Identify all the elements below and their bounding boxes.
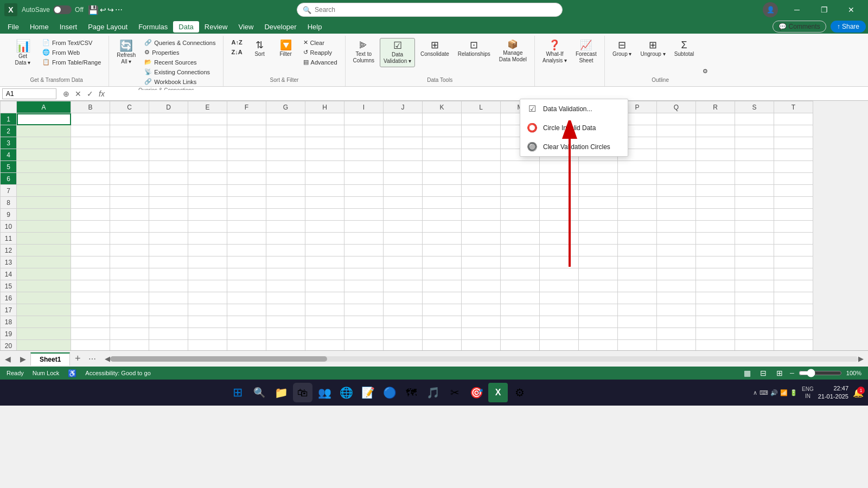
col-header-Q[interactable]: Q (657, 101, 696, 113)
cell-S2[interactable] (735, 125, 774, 137)
cell-D9[interactable] (149, 209, 188, 221)
cell-P17[interactable] (618, 304, 657, 316)
search-bar[interactable]: 🔍 (297, 3, 563, 17)
cell-A10[interactable] (17, 221, 71, 233)
cell-I5[interactable] (344, 161, 384, 173)
row-header-3[interactable]: 3 (1, 137, 17, 149)
menu-view[interactable]: View (233, 21, 259, 33)
cell-G3[interactable] (266, 137, 305, 149)
cell-G11[interactable] (266, 233, 305, 245)
cell-D5[interactable] (149, 161, 188, 173)
cell-D13[interactable] (149, 256, 188, 268)
menu-insert[interactable]: Insert (54, 21, 83, 33)
sheet-nav-prev-button[interactable]: ◀ (0, 351, 15, 367)
cell-D12[interactable] (149, 245, 188, 256)
cell-J16[interactable] (384, 292, 423, 304)
normal-view-button[interactable]: ▦ (741, 367, 753, 379)
cell-M6[interactable] (501, 173, 540, 185)
cell-E18[interactable] (188, 316, 227, 328)
cell-T20[interactable] (774, 340, 813, 351)
taskbar-misc2-button[interactable]: ⚙ (510, 383, 529, 402)
cell-M15[interactable] (501, 280, 540, 292)
cell-C14[interactable] (110, 268, 149, 280)
cell-F19[interactable] (227, 328, 266, 340)
cell-P15[interactable] (618, 280, 657, 292)
sort-asc-button[interactable]: A↑Z (228, 38, 245, 47)
cell-S13[interactable] (735, 256, 774, 268)
cell-Q4[interactable] (657, 149, 696, 161)
cell-R14[interactable] (696, 268, 735, 280)
cell-B15[interactable] (71, 280, 110, 292)
col-header-I[interactable]: I (344, 101, 384, 113)
cell-E9[interactable] (188, 209, 227, 221)
cell-D8[interactable] (149, 197, 188, 209)
cell-B12[interactable] (71, 245, 110, 256)
cell-E12[interactable] (188, 245, 227, 256)
cell-G15[interactable] (266, 280, 305, 292)
cell-T4[interactable] (774, 149, 813, 161)
cell-G1[interactable] (266, 113, 305, 125)
cell-F13[interactable] (227, 256, 266, 268)
row-header-15[interactable]: 15 (1, 280, 17, 292)
cell-E16[interactable] (188, 292, 227, 304)
cell-L16[interactable] (462, 292, 501, 304)
search-input[interactable] (315, 6, 557, 14)
cell-S8[interactable] (735, 197, 774, 209)
cell-B4[interactable] (71, 149, 110, 161)
taskbar-teams-button[interactable]: 👥 (315, 383, 334, 402)
tray-battery-icon[interactable]: 🔋 (790, 389, 797, 396)
cell-D18[interactable] (149, 316, 188, 328)
tray-chevron-icon[interactable]: ∧ (753, 389, 757, 396)
cell-J6[interactable] (384, 173, 423, 185)
autosave-toggle[interactable] (53, 5, 72, 14)
cell-L14[interactable] (462, 268, 501, 280)
cell-H2[interactable] (305, 125, 344, 137)
col-header-J[interactable]: J (384, 101, 423, 113)
col-header-D[interactable]: D (149, 101, 188, 113)
cell-A15[interactable] (17, 280, 71, 292)
cell-A4[interactable] (17, 149, 71, 161)
cell-A19[interactable] (17, 328, 71, 340)
cell-B18[interactable] (71, 316, 110, 328)
cell-D14[interactable] (149, 268, 188, 280)
cell-Q11[interactable] (657, 233, 696, 245)
cell-L12[interactable] (462, 245, 501, 256)
cell-G18[interactable] (266, 316, 305, 328)
cell-Q16[interactable] (657, 292, 696, 304)
cell-P13[interactable] (618, 256, 657, 268)
cell-E5[interactable] (188, 161, 227, 173)
cell-N16[interactable] (540, 292, 579, 304)
filter-button[interactable]: 🔽 Filter (274, 38, 298, 60)
cell-J19[interactable] (384, 328, 423, 340)
cell-Q20[interactable] (657, 340, 696, 351)
hscroll-right-button[interactable]: ▶ (858, 355, 864, 363)
cell-R11[interactable] (696, 233, 735, 245)
cell-A3[interactable] (17, 137, 71, 149)
cell-A11[interactable] (17, 233, 71, 245)
cell-C5[interactable] (110, 161, 149, 173)
cell-B8[interactable] (71, 197, 110, 209)
cell-J18[interactable] (384, 316, 423, 328)
cell-H6[interactable] (305, 173, 344, 185)
cell-E4[interactable] (188, 149, 227, 161)
cell-T6[interactable] (774, 173, 813, 185)
cell-B3[interactable] (71, 137, 110, 149)
cell-M7[interactable] (501, 185, 540, 197)
cell-L17[interactable] (462, 304, 501, 316)
horizontal-scrollbar[interactable]: ◀ ▶ (100, 355, 868, 363)
cell-J5[interactable] (384, 161, 423, 173)
cell-M5[interactable] (501, 161, 540, 173)
cell-S10[interactable] (735, 221, 774, 233)
cell-F9[interactable] (227, 209, 266, 221)
col-header-C[interactable]: C (110, 101, 149, 113)
cell-L8[interactable] (462, 197, 501, 209)
notification-button[interactable]: 🔔 1 (853, 388, 864, 398)
cell-K10[interactable] (423, 221, 462, 233)
cell-F11[interactable] (227, 233, 266, 245)
menu-developer[interactable]: Developer (259, 21, 302, 33)
cell-K8[interactable] (423, 197, 462, 209)
cell-H17[interactable] (305, 304, 344, 316)
cell-D6[interactable] (149, 173, 188, 185)
cell-G14[interactable] (266, 268, 305, 280)
cell-F16[interactable] (227, 292, 266, 304)
